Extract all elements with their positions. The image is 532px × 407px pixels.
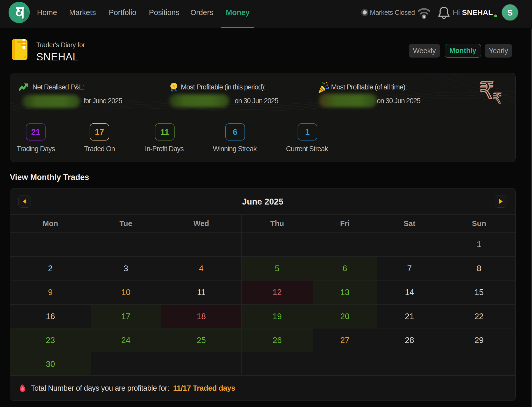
svg-text:₹: ₹ [479, 81, 494, 103]
svg-text:₹: ₹ [493, 90, 502, 106]
